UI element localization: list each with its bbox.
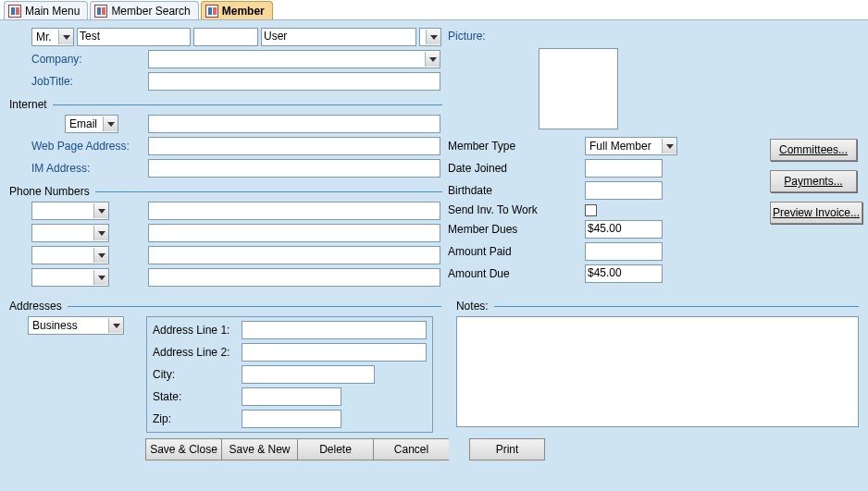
side-buttons: Committees... Payments... Preview Invoic… [770,139,857,233]
dropdown-icon[interactable] [425,52,440,67]
send-inv-checkbox[interactable] [585,204,597,216]
dropdown-icon[interactable] [108,318,123,333]
phone2-type-combo[interactable] [31,224,109,242]
zip-input[interactable] [242,410,341,428]
committees-button[interactable]: Committees... [770,139,857,161]
tab-bar: Main Menu Member Search Member [0,0,868,20]
section-rule [68,306,441,307]
member-dues-label: Member Dues [448,223,585,236]
save-close-button[interactable]: Save & Close [145,438,221,460]
tab-member-search[interactable]: Member Search [90,1,198,19]
tab-label: Member Search [111,5,190,18]
date-joined-input[interactable] [585,159,663,178]
phone1-input[interactable] [148,202,440,220]
form-icon [94,5,107,18]
company-combo[interactable] [148,50,440,68]
tab-member[interactable]: Member [201,1,273,19]
phone3-type-combo[interactable] [31,246,109,264]
date-joined-label: Date Joined [448,162,585,175]
notes-section-label: Notes: [456,300,494,313]
dropdown-icon[interactable] [58,30,73,44]
amount-paid-input[interactable] [585,242,663,261]
section-rule [95,191,442,192]
address-type-combo[interactable]: Business [28,316,124,335]
member-type-value: Full Member [588,140,651,153]
section-rule [494,306,859,307]
first-name-input[interactable]: Test [77,28,191,46]
dropdown-icon[interactable] [93,270,108,285]
notes-textarea[interactable] [456,316,859,427]
state-label: State: [153,390,242,403]
zip-label: Zip: [153,412,242,425]
address-type-value: Business [31,319,78,332]
email-type-combo[interactable]: Email [65,115,118,133]
phone3-input[interactable] [148,246,440,264]
state-input[interactable] [242,387,341,406]
birthdate-input[interactable] [585,181,663,200]
member-type-combo[interactable]: Full Member [585,137,677,155]
im-input[interactable] [148,159,440,178]
section-rule [53,104,442,105]
amount-due-input[interactable]: $45.00 [585,264,663,283]
bottom-buttons: Save & Close Save & New Delete Cancel Pr… [145,438,859,460]
save-new-button[interactable]: Save & New [221,438,297,460]
dropdown-icon[interactable] [93,226,108,240]
tab-label: Main Menu [25,5,80,18]
form-icon [8,5,21,18]
addr2-input[interactable] [242,343,427,362]
amount-due-label: Amount Due [448,267,585,280]
dropdown-icon[interactable] [93,203,108,218]
webpage-input[interactable] [148,137,440,155]
phone4-type-combo[interactable] [31,268,109,287]
member-type-label: Member Type [448,140,585,153]
title-combo[interactable]: Mr. [31,28,74,46]
picture-box[interactable] [539,48,618,129]
dropdown-icon[interactable] [662,139,676,153]
title-value: Mr. [34,31,52,43]
phone1-type-combo[interactable] [31,202,109,220]
print-button[interactable]: Print [469,438,545,460]
tab-label: Member [222,5,265,18]
email-input[interactable] [148,115,440,133]
form-icon [205,5,218,18]
dropdown-icon[interactable] [93,248,108,263]
jobtitle-input[interactable] [148,72,440,91]
email-type-value: Email [68,117,97,130]
addr1-input[interactable] [242,321,427,339]
im-label: IM Address: [31,162,148,175]
member-dues-input[interactable]: $45.00 [585,220,663,239]
addr1-label: Address Line 1: [153,324,242,337]
phone4-input[interactable] [148,268,440,287]
webpage-label: Web Page Address: [31,140,148,153]
preview-invoice-button[interactable]: Preview Invoice... [770,202,862,224]
phone2-input[interactable] [148,224,440,242]
birthdate-label: Birthdate [448,184,585,197]
city-label: City: [153,368,242,381]
middle-name-input[interactable] [193,28,258,46]
cancel-button[interactable]: Cancel [373,438,449,460]
tab-main-menu[interactable]: Main Menu [4,1,88,19]
jobtitle-label: JobTitle: [31,75,148,88]
suffix-combo[interactable] [419,28,441,46]
delete-button[interactable]: Delete [297,438,373,460]
amount-paid-label: Amount Paid [448,245,585,258]
member-form: Mr. Test User Company: JobTitle: Picture… [0,20,868,491]
picture-label: Picture: [448,30,486,43]
addresses-section-label: Addresses [9,300,68,313]
send-inv-label: Send Inv. To Work [448,203,585,216]
city-input[interactable] [242,365,375,384]
phone-section-label: Phone Numbers [9,185,95,198]
company-label: Company: [31,53,148,66]
dropdown-icon[interactable] [426,30,440,44]
payments-button[interactable]: Payments... [770,170,857,192]
last-name-input[interactable]: User [261,28,416,46]
dropdown-icon[interactable] [103,117,118,131]
addr2-label: Address Line 2: [153,346,242,359]
internet-section-label: Internet [9,98,53,111]
